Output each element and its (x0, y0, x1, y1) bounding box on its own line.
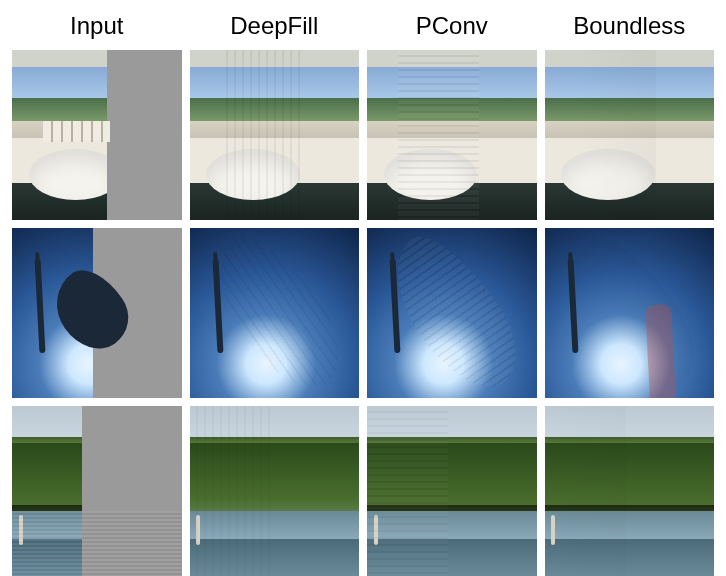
cell-input-2 (8, 228, 186, 398)
col-header-input: Input (8, 8, 186, 44)
cell-deepfill-3 (186, 406, 364, 576)
column-headers: Input DeepFill PConv Boundless (8, 8, 718, 44)
cell-pconv-1 (363, 50, 541, 220)
cell-deepfill-1 (186, 50, 364, 220)
boundless-output-river (545, 406, 715, 576)
input-mask (82, 406, 182, 576)
cell-pconv-3 (363, 406, 541, 576)
input-image-river (12, 406, 182, 576)
col-header-boundless: Boundless (541, 8, 719, 44)
col-header-deepfill: DeepFill (186, 8, 364, 44)
cell-boundless-1 (541, 50, 719, 220)
cell-input-3 (8, 406, 186, 576)
comparison-figure: Input DeepFill PConv Boundless (8, 8, 718, 576)
pconv-output-bathroom (367, 50, 537, 220)
boundless-output-underwater (545, 228, 715, 398)
pconv-output-river (367, 406, 537, 576)
figure-row-2 (8, 228, 718, 398)
figure-row-1 (8, 50, 718, 220)
figure-row-3 (8, 406, 718, 576)
input-image-underwater (12, 228, 182, 398)
deepfill-output-river (190, 406, 360, 576)
pconv-output-underwater (367, 228, 537, 398)
input-image-bathroom (12, 50, 182, 220)
deepfill-output-bathroom (190, 50, 360, 220)
input-mask (107, 50, 182, 220)
cell-deepfill-2 (186, 228, 364, 398)
deepfill-output-underwater (190, 228, 360, 398)
input-mask (93, 228, 181, 398)
boundless-output-bathroom (545, 50, 715, 220)
cell-pconv-2 (363, 228, 541, 398)
cell-boundless-2 (541, 228, 719, 398)
cell-input-1 (8, 50, 186, 220)
col-header-pconv: PConv (363, 8, 541, 44)
cell-boundless-3 (541, 406, 719, 576)
